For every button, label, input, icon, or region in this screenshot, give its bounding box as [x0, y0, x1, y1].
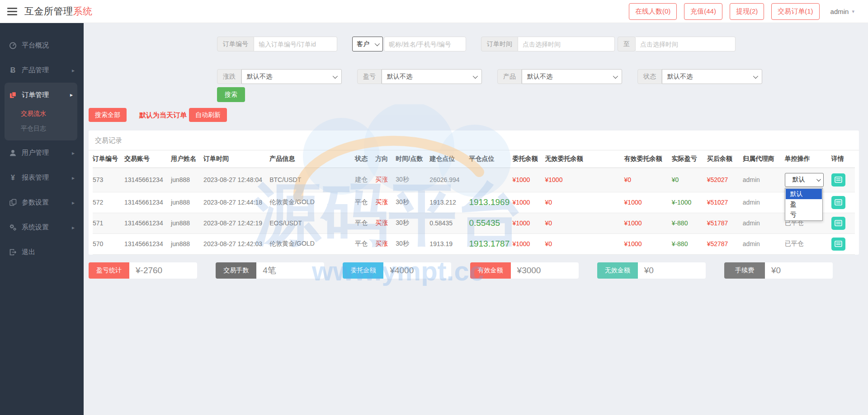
time-to-input[interactable]: [636, 37, 736, 51]
menu-toggle-icon[interactable]: [7, 6, 18, 17]
dropdown-option[interactable]: 默认: [786, 189, 822, 199]
bitcoin-icon: Ƀ: [9, 66, 17, 74]
trade-orders-button[interactable]: 交易订单(1): [771, 3, 819, 20]
product-select[interactable]: 默认不选: [522, 69, 622, 84]
profit-loss-label: 盈亏: [357, 69, 382, 84]
win-lose-select-box[interactable]: 默认: [785, 173, 824, 187]
customer-search-input[interactable]: [384, 37, 466, 51]
col-control: 单控操作: [785, 150, 831, 168]
summary-label: 有效金额: [470, 262, 511, 279]
summary-label: 手续费: [724, 262, 765, 279]
detail-button[interactable]: [831, 217, 845, 230]
sidebar-item-users[interactable]: 用户管理 ▸: [0, 140, 84, 165]
panel-title: 交易记录: [89, 131, 859, 150]
col-name: 用户姓名: [171, 150, 203, 168]
cell-id: 571: [93, 213, 124, 233]
sidebar-group-orders: 订单管理 ▸ 交易流水 平仓日志: [5, 83, 77, 140]
detail-button[interactable]: [831, 196, 845, 209]
chevron-down-icon: [816, 177, 821, 182]
summary-fee: 手续费 ¥0: [724, 262, 833, 279]
win-lose-select[interactable]: 默认默认盈亏: [785, 173, 824, 187]
cell-after: ¥52027: [707, 168, 743, 192]
cell-product: 伦敦黄金/GOLD: [269, 233, 355, 254]
cell-time: 2023-08-27 12:42:19: [203, 213, 269, 233]
cell-id: 572: [93, 192, 124, 213]
sidebar-subitem-close-log[interactable]: 平仓日志: [5, 121, 77, 136]
copy-files-icon: [9, 199, 17, 206]
cell-direction: 买涨: [375, 192, 396, 213]
sidebar-subitem-trade-flow[interactable]: 交易流水: [5, 106, 77, 121]
cell-detail: [831, 192, 855, 213]
user-name: admin: [830, 8, 849, 15]
recharge-button[interactable]: 充值(44): [684, 3, 722, 20]
user-menu[interactable]: admin ▾: [827, 5, 858, 18]
col-status: 状态: [355, 150, 375, 168]
summary-label: 交易手数: [216, 262, 256, 279]
profit-loss-select[interactable]: 默认不选: [382, 69, 482, 84]
cell-id: 570: [93, 233, 124, 254]
sidebar-item-label: 用户管理: [22, 149, 49, 157]
logout-icon: [9, 248, 17, 256]
customer-filter: 客户: [352, 37, 466, 51]
rise-fall-select[interactable]: 默认不选: [241, 69, 342, 84]
order-no-filter: 订单编号: [217, 37, 337, 51]
cell-valid: ¥1000: [624, 213, 672, 233]
customer-type-select[interactable]: 客户: [352, 37, 383, 51]
sidebar-item-reports[interactable]: ¥ 报表管理 ▸: [0, 165, 84, 190]
summary-value: ¥4000: [383, 262, 451, 279]
col-duration: 时间/点数: [396, 150, 429, 168]
main-content: 订单编号 客户 订单时间 至 涨跌 默认不选 盈亏: [84, 23, 868, 415]
profit-loss-value: 默认不选: [387, 73, 412, 81]
rise-fall-label: 涨跌: [217, 69, 241, 84]
gauge-icon: [9, 42, 17, 49]
detail-button[interactable]: [831, 238, 845, 251]
col-valid: 有效委托余额: [624, 150, 672, 168]
sidebar-subitem-label: 交易流水: [21, 110, 46, 118]
cell-account: 13145661234: [124, 192, 171, 213]
table-header-row: 订单编号交易账号用户姓名订单时间产品信息状态方向时间/点数建仓点位平仓点位委托余…: [93, 150, 855, 168]
sidebar-item-params[interactable]: 参数设置 ▸: [0, 190, 84, 215]
cell-duration: 30秒: [396, 233, 429, 254]
sidebar: 平台概况 Ƀ 产品管理 ▸ 订单管理 ▸ 交易流水 平仓日志 用户管理 ▸ ¥ …: [0, 23, 84, 415]
summary-value: 4笔: [256, 262, 324, 279]
sidebar-item-logout[interactable]: 退出: [0, 240, 84, 265]
cell-invalid: ¥1000: [545, 168, 624, 192]
cell-product: 伦敦黄金/GOLD: [269, 192, 355, 213]
sidebar-item-orders[interactable]: 订单管理 ▸: [5, 84, 77, 106]
search-button[interactable]: 搜索: [217, 87, 245, 102]
cell-detail: [831, 168, 855, 192]
summary-row: 盈亏统计 ¥-2760 交易手数 4笔 委托金额 ¥4000 有效金额 ¥300…: [89, 262, 833, 279]
cell-agent: admin: [743, 213, 785, 233]
online-users-button[interactable]: 在线人数(0): [629, 3, 677, 20]
search-all-button[interactable]: 搜索全部: [89, 108, 127, 122]
cell-duration: 30秒: [396, 192, 429, 213]
sidebar-item-dashboard[interactable]: 平台概况: [0, 33, 84, 58]
order-no-input[interactable]: [254, 37, 337, 51]
cell-after: ¥51787: [707, 213, 743, 233]
summary-valid-amount: 有效金额 ¥3000: [470, 262, 579, 279]
dropdown-option[interactable]: 盈: [786, 199, 822, 210]
time-from-input[interactable]: [518, 37, 615, 51]
status-select[interactable]: 默认不选: [662, 69, 762, 84]
product-label: 产品: [497, 69, 522, 84]
chevron-down-icon: [333, 73, 338, 78]
cell-invalid: ¥0: [545, 233, 624, 254]
order-files-icon: [9, 91, 17, 99]
order-time-label: 订单时间: [481, 37, 518, 51]
sidebar-item-products[interactable]: Ƀ 产品管理 ▸: [0, 58, 84, 83]
withdraw-button[interactable]: 提现(2): [730, 3, 764, 20]
detail-button[interactable]: [831, 173, 845, 187]
auto-refresh-button[interactable]: 自动刷新: [189, 108, 227, 122]
trade-records-panel: 交易记录 订单编号交易账号用户姓名订单时间产品信息状态方向时间/点数建仓点位平仓…: [89, 131, 859, 255]
sidebar-item-system[interactable]: 系统设置 ▸: [0, 215, 84, 240]
trade-records-table: 订单编号交易账号用户姓名订单时间产品信息状态方向时间/点数建仓点位平仓点位委托余…: [93, 150, 855, 255]
chevron-down-icon: [753, 73, 758, 78]
cell-open: 1913.212: [429, 192, 469, 213]
cell-profit: ¥-880: [672, 213, 707, 233]
summary-profit-loss: 盈亏统计 ¥-2760: [89, 262, 197, 279]
cell-name: jun888: [171, 168, 203, 192]
table-row: 57313145661234jun8882023-08-27 12:48:04B…: [93, 168, 855, 192]
chevron-right-icon: ▸: [72, 200, 75, 206]
filter-row-1: 订单编号 客户 订单时间 至: [217, 37, 736, 51]
dropdown-option[interactable]: 亏: [786, 210, 822, 220]
